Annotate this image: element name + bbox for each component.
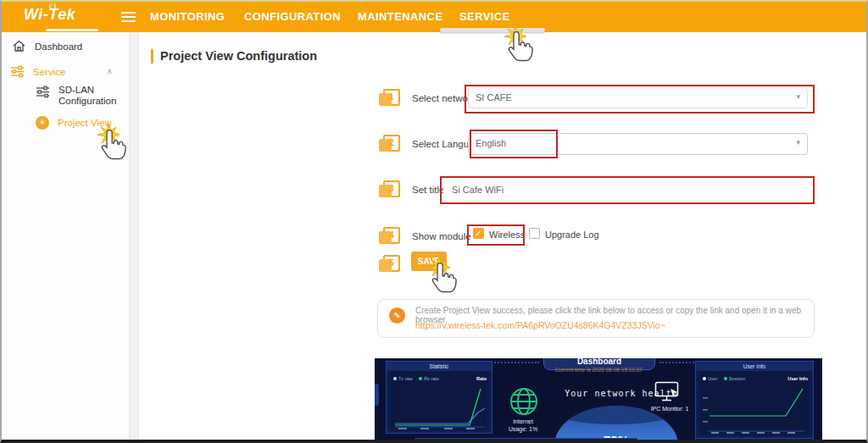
legend-rx: Rx rate [424,376,439,381]
legend-tx: Tx rate [398,376,413,381]
home-icon [12,39,26,53]
preview-side-tab [375,384,379,406]
sidebar-label: Dashboard [35,42,82,52]
tab-configuration[interactable]: CONFIGURATION [244,10,341,23]
language-select-value: English [476,138,506,148]
page-title: Project View Configuration [151,49,317,64]
statistic-legend: Tx rate Rx rate Rate [393,376,487,381]
wireless-checkbox-label: Wireless [489,230,525,240]
user-info-axis-label: User Info [787,376,808,381]
step-4-badge: 4 [383,227,400,244]
success-notice: ✎ Create Project View success, please cl… [377,299,815,338]
sidebar-item-sdlan-configuration[interactable]: SD-LAN Configuration [36,85,125,107]
upgrade-log-checkbox-label: Upgrade Log [545,230,599,240]
chevron-down-icon: ▾ [796,138,800,147]
ipc-monitor-icon [654,381,680,403]
select-network-label: Select network [412,93,476,103]
antenna-icon: (·) [49,3,57,8]
sliders-icon [36,85,50,99]
app-window: (·) Wi-Tek MONITORING CONFIGURATION MAIN… [0,0,868,443]
logo-text: Wi-Tek [24,6,75,23]
statistic-panel-title: Statistic [387,362,492,371]
preview-caption-left: Network been worked [415,438,637,441]
chevron-up-icon[interactable]: ∧ [107,67,113,75]
sidebar: Dashboard Service ∧ SD-LAN Configuration [2,32,129,440]
ipc-monitor-label: IPC Monitor: 1 [643,406,697,412]
sidebar-item-dashboard[interactable]: Dashboard [12,39,82,53]
step-5-badge: 5 [383,255,400,272]
sidebar-item-project-view[interactable]: ✶ Project View [36,116,112,130]
preview-caption-right: Device Usage [695,438,814,441]
internet-usage-label: Internet Usage: 1% [498,418,548,433]
check-icon: ✓ [475,229,481,238]
logo-tagline [46,29,98,31]
show-module-label: Show module [412,231,471,241]
sliders-icon [10,64,25,79]
network-select[interactable]: SI CAFE ▾ [468,87,808,108]
preview-current-time: Current time is 2022.06.06 15:11:37 [493,367,704,373]
wireless-checkbox[interactable]: ✓ [473,228,484,239]
set-title-label: Set title [412,185,444,195]
aperture-icon: ✶ [36,116,49,130]
sidebar-item-service[interactable]: Service [10,64,65,79]
pen-icon: ✎ [389,307,405,324]
language-select[interactable]: English ▾ [468,133,808,155]
project-view-link[interactable]: https://v.wireless-tek.com/PA6pRVoOZU4s8… [415,320,665,330]
legend-session: Session [729,376,746,381]
top-navigation-bar: (·) Wi-Tek MONITORING CONFIGURATION MAIN… [2,2,866,32]
project-view-preview: Dashboard Current time is 2022.06.06 15:… [375,358,822,441]
dotted-divider [488,362,539,363]
globe-icon [508,385,540,418]
sidebar-gutter [129,32,139,440]
active-tab-indicator [440,28,545,32]
chevron-down-icon: ▾ [796,92,800,101]
sidebar-label: SD-LAN Configuration [58,85,125,107]
hamburger-menu-icon[interactable] [121,12,136,22]
legend-user: User [708,376,718,381]
title-input[interactable] [443,180,813,200]
wi-tek-logo: (·) Wi-Tek [24,6,75,24]
tab-monitoring[interactable]: MONITORING [150,10,225,23]
tab-service[interactable]: SERVICE [459,10,510,23]
preview-user-info-panel: User Info User Session User Info [695,361,814,439]
step-1-badge: 1 [383,89,400,106]
tab-maintenance[interactable]: MAINTENANCE [358,10,442,23]
save-button[interactable]: SAVE [411,252,447,271]
upgrade-log-checkbox[interactable] [529,228,540,239]
statistic-line-chart [392,385,488,431]
network-select-value: SI CAFE [476,92,512,102]
step-2-badge: 2 [383,135,400,152]
user-info-panel-title: User Info [696,362,813,371]
step-3-badge: 3 [383,180,400,197]
sidebar-label: Project View [58,118,112,128]
rate-axis-label: Rate [476,376,487,381]
sidebar-label: Service [33,67,65,77]
health-score-value: 78% [554,433,678,441]
user-info-legend: User Session User Info [703,376,808,381]
preview-statistic-panel: Statistic Tx rate Rx rate Rate [386,361,492,434]
user-info-line-chart [703,384,808,436]
